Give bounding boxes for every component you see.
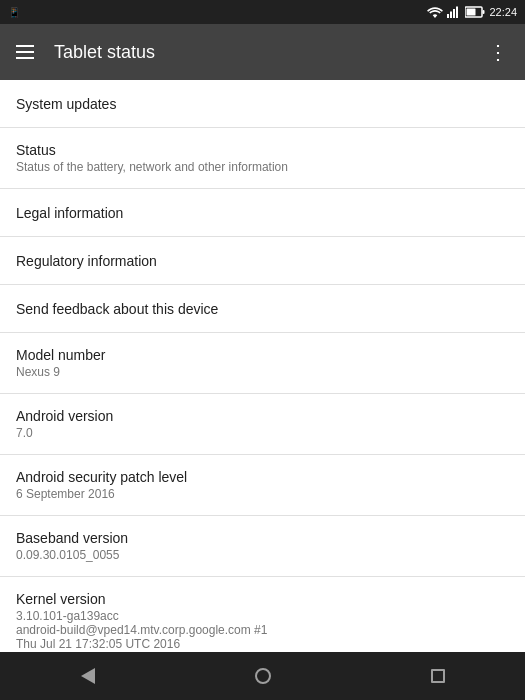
list-item-subtitle: Nexus 9 [16, 365, 509, 379]
recents-icon [431, 669, 445, 683]
app-bar: Tablet status ⋮ [0, 24, 525, 80]
list-item-status[interactable]: StatusStatus of the battery, network and… [0, 128, 525, 189]
list-item-model-number[interactable]: Model numberNexus 9 [0, 333, 525, 394]
svg-rect-3 [456, 7, 458, 19]
list-item-subtitle: Status of the battery, network and other… [16, 160, 509, 174]
svg-rect-1 [450, 12, 452, 19]
status-bar: 📱 22:24 [0, 0, 525, 24]
back-button[interactable] [64, 652, 112, 700]
list-item-system-updates[interactable]: System updates [0, 80, 525, 128]
list-item-title: System updates [16, 96, 509, 112]
home-icon [255, 668, 271, 684]
list-item-title: Android version [16, 408, 509, 424]
list-item-send-feedback[interactable]: Send feedback about this device [0, 285, 525, 333]
battery-icon [465, 6, 485, 18]
list-item-title: Kernel version [16, 591, 509, 607]
hamburger-menu-button[interactable] [16, 45, 34, 59]
more-options-button[interactable]: ⋮ [488, 40, 509, 64]
list-item-baseband-version[interactable]: Baseband version0.09.30.0105_0055 [0, 516, 525, 577]
svg-rect-0 [447, 14, 449, 18]
status-bar-right: 22:24 [427, 6, 517, 18]
list-item-android-security[interactable]: Android security patch level6 September … [0, 455, 525, 516]
svg-rect-6 [467, 9, 476, 16]
list-item-subtitle: 3.10.101-ga139acc android-build@vped14.m… [16, 609, 509, 651]
list-item-title: Model number [16, 347, 509, 363]
list-item-title: Send feedback about this device [16, 301, 509, 317]
back-icon [81, 668, 95, 684]
list-item-title: Regulatory information [16, 253, 509, 269]
list-item-android-version[interactable]: Android version7.0 [0, 394, 525, 455]
app-title: Tablet status [54, 42, 488, 63]
list-item-title: Baseband version [16, 530, 509, 546]
list-item-title: Status [16, 142, 509, 158]
svg-rect-5 [483, 10, 485, 14]
list-item-legal-information[interactable]: Legal information [0, 189, 525, 237]
content-list: System updatesStatusStatus of the batter… [0, 80, 525, 652]
list-item-title: Legal information [16, 205, 509, 221]
list-item-subtitle: 7.0 [16, 426, 509, 440]
wifi-icon [427, 6, 443, 18]
sim-icon: 📱 [8, 7, 20, 18]
list-item-subtitle: 6 September 2016 [16, 487, 509, 501]
home-button[interactable] [239, 652, 287, 700]
recents-button[interactable] [414, 652, 462, 700]
status-time: 22:24 [489, 6, 517, 18]
list-item-title: Android security patch level [16, 469, 509, 485]
list-item-subtitle: 0.09.30.0105_0055 [16, 548, 509, 562]
status-bar-left: 📱 [8, 7, 20, 18]
svg-rect-2 [453, 9, 455, 18]
nav-bar [0, 652, 525, 700]
list-item-regulatory-information[interactable]: Regulatory information [0, 237, 525, 285]
signal-icon [447, 6, 461, 18]
list-item-kernel-version[interactable]: Kernel version3.10.101-ga139acc android-… [0, 577, 525, 652]
